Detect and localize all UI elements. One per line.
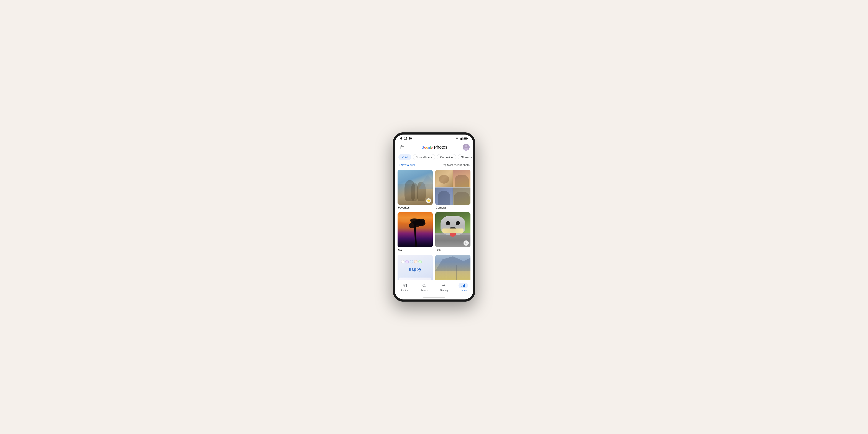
- status-icons: [455, 137, 468, 140]
- album-favorites-thumb: ⭐: [398, 170, 433, 205]
- filter-tabs: ✓ All Your albums On device Shared albu…: [395, 153, 473, 162]
- nav-photos-icon-container: [400, 283, 409, 288]
- filter-tab-your-albums[interactable]: Your albums: [413, 154, 435, 160]
- phone-frame: 12:30: [393, 132, 475, 302]
- aerial-photo: [435, 255, 470, 280]
- user-avatar[interactable]: [463, 144, 470, 151]
- logo-o2: o: [426, 146, 428, 149]
- svg-rect-6: [464, 138, 467, 139]
- bag-button[interactable]: [398, 143, 406, 151]
- nav-sharing-label: Sharing: [440, 289, 448, 292]
- home-bar: [423, 297, 445, 298]
- nav-search[interactable]: Search: [414, 282, 434, 292]
- svg-rect-13: [403, 284, 407, 287]
- svg-rect-7: [401, 146, 404, 149]
- shared-icon: [465, 242, 468, 245]
- album-maui-label: Maui: [398, 247, 433, 252]
- albums-scroll-area[interactable]: ⭐ Favorites: [395, 169, 473, 280]
- logo-e2: e: [431, 146, 433, 149]
- search-icon: [422, 283, 427, 288]
- svg-rect-2: [461, 137, 462, 140]
- svg-point-11: [465, 242, 466, 243]
- filter-your-albums-label: Your albums: [416, 156, 432, 159]
- signal-icon: [460, 137, 463, 140]
- camera-quad-grid: [435, 170, 470, 205]
- sharing-icon: [441, 283, 446, 288]
- sort-button[interactable]: Most recent photo: [443, 163, 470, 167]
- status-bar: 12:30: [395, 134, 473, 142]
- google-photos-logo: Google Photos: [422, 145, 447, 150]
- filter-tab-shared[interactable]: Shared albu…: [458, 154, 473, 160]
- album-happy[interactable]: happy: [398, 255, 433, 280]
- album-favorites-label: Favorites: [398, 205, 433, 210]
- bottom-nav: Photos Search: [395, 280, 473, 295]
- nav-sharing[interactable]: Sharing: [434, 282, 454, 292]
- svg-point-12: [466, 242, 467, 243]
- sort-label: Most recent photo: [447, 163, 470, 167]
- phone-screen: 12:30: [395, 134, 473, 300]
- status-left: 12:30: [400, 137, 412, 140]
- check-icon: ✓: [402, 156, 404, 159]
- svg-point-17: [444, 284, 445, 286]
- new-album-label: + New album: [398, 163, 415, 167]
- filter-shared-label: Shared albu…: [461, 156, 473, 159]
- filter-all-label: All: [405, 156, 408, 159]
- happy-photo: happy: [398, 255, 433, 280]
- star-badge: ⭐: [426, 198, 431, 203]
- album-camera[interactable]: Camera: [435, 170, 470, 210]
- photos-icon: [402, 283, 407, 288]
- album-aerial[interactable]: [435, 255, 470, 280]
- album-aerial-thumb: [435, 255, 470, 280]
- avatar-image: [463, 144, 470, 151]
- camera-quad-3: [435, 187, 453, 205]
- svg-point-15: [423, 284, 425, 286]
- svg-rect-23: [464, 284, 465, 287]
- new-album-button[interactable]: + New album: [398, 163, 415, 167]
- album-maui[interactable]: Maui: [398, 212, 433, 252]
- front-camera: [400, 137, 402, 140]
- sort-icon: [443, 164, 446, 167]
- svg-point-9: [465, 145, 467, 147]
- home-indicator: [395, 295, 473, 300]
- camera-quad-4: [453, 187, 470, 205]
- svg-rect-1: [461, 138, 461, 140]
- nav-search-icon-container: [420, 283, 429, 288]
- camera-quad-2: [453, 170, 470, 187]
- svg-point-14: [404, 285, 404, 286]
- svg-point-18: [444, 286, 445, 287]
- svg-line-19: [443, 285, 444, 285]
- album-dali[interactable]: Dali: [435, 212, 470, 252]
- filter-on-device-label: On device: [440, 156, 453, 159]
- svg-rect-3: [462, 137, 463, 140]
- nav-photos-label: Photos: [401, 289, 408, 292]
- bag-icon: [400, 145, 405, 150]
- svg-rect-21: [462, 286, 462, 287]
- svg-rect-5: [467, 138, 468, 139]
- app-header: Google Photos: [395, 142, 473, 153]
- maui-photo: [398, 212, 433, 247]
- albums-grid: ⭐ Favorites: [398, 170, 470, 280]
- status-time: 12:30: [404, 137, 412, 140]
- album-camera-label: Camera: [435, 205, 470, 210]
- nav-library[interactable]: Library: [454, 282, 473, 292]
- svg-rect-0: [460, 139, 460, 140]
- nav-search-label: Search: [421, 289, 428, 292]
- action-row: + New album Most recent photo: [395, 162, 473, 169]
- nav-sharing-icon-container: [439, 283, 448, 288]
- wifi-icon: [455, 137, 459, 140]
- nav-library-label: Library: [460, 289, 467, 292]
- logo-g: G: [422, 146, 424, 149]
- album-maui-thumb: [398, 212, 433, 247]
- svg-rect-22: [463, 285, 464, 287]
- nav-photos[interactable]: Photos: [395, 282, 414, 292]
- filter-tab-all[interactable]: ✓ All: [398, 154, 411, 160]
- album-dali-label: Dali: [435, 247, 470, 252]
- library-icon: [461, 283, 466, 288]
- svg-line-20: [443, 286, 444, 286]
- nav-library-icon-container: [459, 283, 468, 288]
- logo-o1: o: [424, 146, 426, 149]
- svg-point-16: [442, 285, 444, 286]
- filter-tab-on-device[interactable]: On device: [437, 154, 456, 160]
- battery-icon: [464, 137, 468, 140]
- album-favorites[interactable]: ⭐ Favorites: [398, 170, 433, 210]
